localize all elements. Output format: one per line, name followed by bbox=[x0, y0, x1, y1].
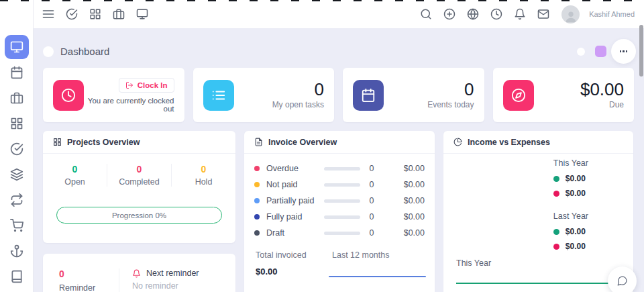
dashboard-shortcut-button[interactable] bbox=[134, 7, 150, 22]
invoice-row-progress bbox=[324, 183, 360, 187]
status-dot bbox=[254, 230, 260, 236]
income-expenses-legend: This Year $0.00 $0.00 Last Year $0.00 $0… bbox=[553, 158, 588, 256]
person-icon bbox=[564, 9, 578, 23]
sidebar-item-apps[interactable] bbox=[5, 111, 29, 136]
page-options-button[interactable] bbox=[611, 39, 636, 64]
user-avatar[interactable] bbox=[561, 5, 580, 23]
next-reminder-block: Next reminder No reminder bbox=[119, 269, 235, 292]
invoice-row-progress bbox=[324, 199, 360, 203]
projects-open-stat: 0 Open bbox=[43, 164, 107, 187]
theme-color-swatch[interactable] bbox=[595, 46, 606, 57]
projects-hold-stat: 0 Hold bbox=[172, 164, 235, 187]
sidebar-item-subscriptions[interactable] bbox=[5, 188, 29, 212]
total-invoiced-label: Total invoiced bbox=[256, 250, 307, 260]
search-button[interactable] bbox=[418, 7, 433, 22]
projects-completed-label: Completed bbox=[107, 177, 171, 187]
messages-button[interactable] bbox=[535, 7, 551, 22]
invoice-period-label: Last 12 months bbox=[332, 250, 389, 260]
briefcase-icon bbox=[10, 91, 23, 105]
legend-value: $0.00 bbox=[566, 174, 586, 183]
status-dot bbox=[254, 214, 260, 220]
events-today-value: 0 bbox=[427, 81, 474, 99]
apps-shortcut-button[interactable] bbox=[87, 7, 103, 22]
message-circle-icon bbox=[616, 275, 628, 287]
grid-icon bbox=[10, 117, 23, 130]
due-card: $0.00 Due bbox=[493, 68, 635, 122]
chat-button[interactable] bbox=[608, 266, 637, 292]
invoice-row-progress bbox=[324, 232, 360, 235]
reminder-today-stat: 0 Reminder Today bbox=[43, 269, 119, 292]
quick-add-button[interactable] bbox=[441, 7, 457, 22]
sidebar-item-sales[interactable] bbox=[5, 213, 29, 238]
income-vs-expenses-card: Income vs Expenses This Year $0.00 $0.00… bbox=[443, 131, 633, 292]
invoice-row-count: 0 bbox=[360, 180, 383, 189]
projects-hold-label: Hold bbox=[172, 177, 235, 187]
layers-icon bbox=[10, 168, 23, 181]
compass-icon bbox=[503, 80, 534, 111]
projects-progression-label: Progression 0% bbox=[112, 211, 166, 220]
user-name[interactable]: Kashif Ahmed bbox=[589, 10, 635, 18]
clock-in-button[interactable]: Clock In bbox=[119, 78, 174, 93]
legend-expenses-last-year: $0.00 bbox=[553, 242, 588, 251]
sidebar-item-leads[interactable] bbox=[5, 239, 29, 263]
clock-in-button-label: Clock In bbox=[138, 81, 168, 89]
invoice-row-draft: Draft 0 $0.00 bbox=[254, 225, 425, 241]
grid-icon bbox=[89, 8, 101, 20]
sidebar-item-dashboard[interactable] bbox=[5, 35, 29, 59]
projects-open-label: Open bbox=[43, 177, 107, 187]
menu-icon bbox=[42, 7, 55, 21]
open-tasks-label: My open tasks bbox=[272, 100, 324, 109]
top-navbar: Kashif Ahmed bbox=[34, 0, 644, 28]
monitor-icon bbox=[10, 40, 23, 54]
tasks-shortcut-button[interactable] bbox=[64, 7, 79, 22]
shopping-cart-icon bbox=[10, 219, 23, 232]
status-dot bbox=[254, 198, 260, 203]
reminders-card: 0 Reminder Today Next reminder No remind… bbox=[43, 254, 235, 292]
open-tasks-card: 0 My open tasks bbox=[193, 68, 335, 122]
invoice-row-partially-paid: Partially paid 0 $0.00 bbox=[254, 193, 425, 209]
legend-income-last-year: $0.00 bbox=[553, 227, 588, 236]
file-text-icon bbox=[254, 138, 263, 146]
due-label: Due bbox=[580, 100, 624, 109]
invoice-row-amount: $0.00 bbox=[404, 212, 425, 222]
legend-group-this-year: This Year bbox=[553, 158, 588, 168]
sidebar-item-items[interactable] bbox=[5, 162, 29, 187]
income-dot bbox=[553, 229, 559, 235]
scrollbar-thumb[interactable] bbox=[639, 25, 643, 77]
language-button[interactable] bbox=[465, 7, 480, 22]
projects-shortcut-button[interactable] bbox=[111, 7, 126, 22]
clock-in-card: Clock In You are currently clocked out bbox=[43, 68, 184, 122]
reminder-count: 0 bbox=[59, 269, 119, 279]
reminder-count-label: Reminder Today bbox=[59, 283, 119, 292]
sidebar-item-tasks[interactable] bbox=[5, 137, 29, 161]
invoice-overview-card: Invoice Overview Overdue 0 $0.00 Not pai… bbox=[244, 131, 435, 292]
book-icon bbox=[10, 270, 23, 283]
clock-icon bbox=[53, 80, 84, 111]
mail-icon bbox=[537, 8, 549, 20]
main-content: Dashboard Clock In You are currently clo… bbox=[34, 28, 644, 292]
timesheet-button[interactable] bbox=[488, 7, 504, 22]
expenses-dot bbox=[553, 244, 559, 250]
income-dot bbox=[553, 176, 559, 182]
projects-completed-stat: 0 Completed bbox=[107, 164, 172, 187]
invoice-row-fully-paid: Fully paid 0 $0.00 bbox=[254, 209, 425, 225]
events-today-card: 0 Events today bbox=[343, 68, 484, 122]
invoice-row-count: 0 bbox=[360, 164, 383, 173]
anchor-icon bbox=[10, 244, 23, 258]
legend-income-this-year: $0.00 bbox=[553, 174, 588, 183]
sidebar-item-projects[interactable] bbox=[5, 86, 29, 110]
projects-completed-value: 0 bbox=[107, 164, 171, 175]
sidebar-item-calendar[interactable] bbox=[5, 60, 29, 85]
legend-value: $0.00 bbox=[566, 242, 586, 251]
invoice-row-amount: $0.00 bbox=[404, 228, 425, 238]
stat-cards-row: Clock In You are currently clocked out 0… bbox=[43, 68, 634, 122]
invoice-row-count: 0 bbox=[360, 228, 383, 238]
due-value: $0.00 bbox=[580, 81, 624, 99]
invoice-row-amount: $0.00 bbox=[404, 164, 425, 173]
menu-toggle-button[interactable] bbox=[40, 7, 56, 22]
sidebar-item-knowledgebase[interactable] bbox=[5, 264, 29, 289]
projects-progression-bar: Progression 0% bbox=[56, 207, 222, 224]
projects-open-value: 0 bbox=[43, 164, 107, 175]
notifications-button[interactable] bbox=[512, 7, 527, 22]
briefcase-icon bbox=[113, 8, 125, 20]
